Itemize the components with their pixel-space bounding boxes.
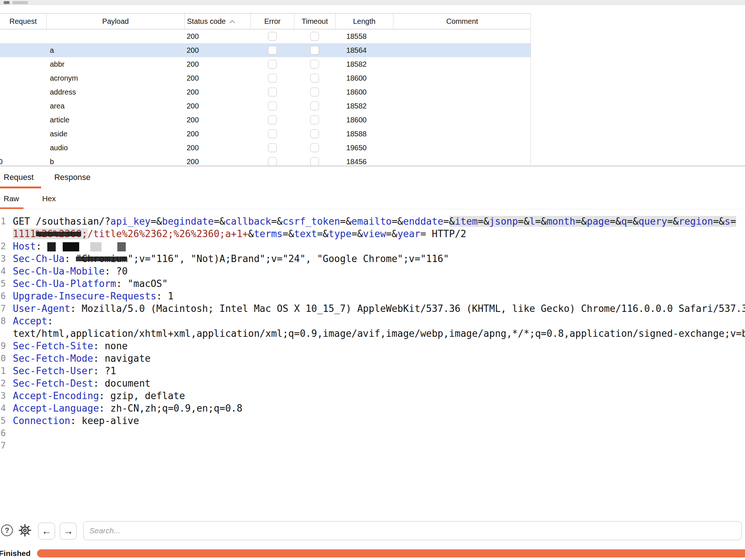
request-number-cell: 4 — [0, 85, 46, 99]
timeout-checkbox[interactable] — [310, 46, 319, 55]
column-header-timeout[interactable]: Timeout — [294, 14, 335, 29]
request-line: 1GET /southasian/?api_key=&begindate=&ca… — [0, 215, 745, 228]
error-checkbox[interactable] — [268, 32, 277, 41]
error-checkbox[interactable] — [268, 74, 277, 82]
length-cell: 18582 — [335, 57, 393, 71]
gear-icon — [18, 523, 32, 537]
line-number: 1 — [0, 215, 6, 228]
table-row[interactable]: 4address20018600 — [0, 85, 531, 99]
column-header-request[interactable]: Request — [0, 14, 46, 29]
error-checkbox[interactable] — [268, 143, 277, 152]
line-number — [0, 228, 6, 240]
tab-hex[interactable]: Hex — [38, 188, 60, 209]
error-cell — [250, 57, 294, 71]
request-line: 6Upgrade-Insecure-Requests: 1 — [0, 290, 745, 302]
status-code-cell: 200 — [184, 141, 250, 155]
tab-response[interactable]: Response — [51, 166, 98, 188]
table-row[interactable]: 3acronym20018600 — [0, 71, 531, 85]
error-checkbox[interactable] — [268, 129, 277, 138]
search-input[interactable] — [83, 521, 742, 540]
column-label: Request — [10, 17, 37, 26]
back-icon: ← — [42, 526, 52, 537]
request-line: 7User-Agent: Mozilla/5.0 (Macintosh; Int… — [0, 302, 745, 315]
length-cell: 18582 — [335, 99, 393, 113]
comment-cell — [393, 85, 531, 99]
table-row[interactable]: 10b20018456 — [0, 155, 531, 166]
status-code-cell: 200 — [184, 71, 250, 85]
error-checkbox[interactable] — [268, 88, 277, 96]
payload-cell: aside — [46, 127, 184, 141]
line-number: 17 — [0, 439, 6, 452]
table-right-border — [531, 13, 531, 166]
payload-cell: article — [46, 113, 184, 127]
error-checkbox[interactable] — [268, 102, 277, 110]
timeout-checkbox[interactable] — [310, 143, 319, 152]
error-checkbox[interactable] — [268, 60, 277, 69]
comment-cell — [393, 71, 531, 85]
table-row[interactable]: 7aside20018588 — [0, 127, 531, 141]
timeout-checkbox[interactable] — [310, 74, 319, 82]
request-line: 1111%26%2360;/title%26%2362;%26%2360;a+1… — [0, 228, 745, 240]
timeout-checkbox[interactable] — [310, 32, 319, 41]
timeout-checkbox[interactable] — [310, 115, 319, 124]
forward-button[interactable]: → — [60, 523, 77, 539]
error-cell — [250, 85, 294, 99]
error-checkbox[interactable] — [268, 157, 277, 166]
tab-raw[interactable]: Raw — [0, 188, 23, 209]
timeout-checkbox[interactable] — [310, 102, 319, 110]
comment-cell — [393, 43, 531, 57]
column-header-comment[interactable]: Comment — [393, 14, 531, 29]
request-number-cell: 10 — [0, 155, 46, 166]
back-button[interactable]: ← — [38, 523, 55, 539]
panel-splitter[interactable] — [0, 166, 745, 166]
payload-cell: area — [46, 99, 184, 113]
column-header-length[interactable]: Length — [335, 14, 393, 29]
request-line: 13Accept-Encoding: gzip, deflate — [0, 390, 745, 402]
status-code-cell: 200 — [184, 113, 250, 127]
error-cell — [250, 29, 294, 43]
line-number: 8 — [0, 315, 6, 327]
progress-bar — [37, 549, 745, 557]
timeout-cell — [294, 113, 335, 127]
error-checkbox[interactable] — [268, 115, 277, 124]
help-button[interactable]: ? — [1, 524, 13, 536]
error-cell — [250, 71, 294, 85]
timeout-checkbox[interactable] — [310, 157, 319, 166]
table-row[interactable]: 6article20018600 — [0, 113, 531, 127]
table-row[interactable]: 8audio20019650 — [0, 141, 531, 155]
table-row[interactable]: 2abbr20018582 — [0, 57, 531, 71]
timeout-checkbox[interactable] — [310, 88, 319, 96]
table-row[interactable]: 1a20018564 — [0, 43, 531, 57]
status-label: Finished — [0, 548, 30, 559]
request-editor[interactable]: 1GET /southasian/?api_key=&begindate=&ca… — [0, 209, 745, 519]
timeout-checkbox[interactable] — [310, 129, 319, 138]
settings-button[interactable] — [18, 523, 32, 538]
comment-cell — [393, 155, 531, 166]
error-checkbox[interactable] — [268, 46, 277, 55]
column-header-error[interactable]: Error — [250, 14, 294, 29]
comment-cell — [393, 57, 531, 71]
line-number: 12 — [0, 377, 6, 390]
timeout-checkbox[interactable] — [310, 60, 319, 69]
payload-cell: abbr — [46, 57, 184, 71]
results-table-body: 0200185581a200185642abbr200185823acronym… — [0, 29, 745, 166]
length-cell: 18564 — [335, 43, 393, 57]
table-row[interactable]: 5area20018582 — [0, 99, 531, 113]
tab-label: Raw — [4, 194, 19, 203]
status-code-cell: 200 — [184, 57, 250, 71]
request-number-cell: 2 — [0, 57, 46, 71]
message-tabs: Request Response — [0, 166, 98, 188]
table-row[interactable]: 020018558 — [0, 29, 531, 43]
column-header-payload[interactable]: Payload — [46, 14, 184, 29]
length-cell: 18588 — [335, 127, 393, 141]
line-number: 7 — [0, 302, 6, 315]
line-number: 4 — [0, 265, 6, 277]
tab-request[interactable]: Request — [0, 166, 41, 188]
request-line: 15Connection: keep-alive — [0, 415, 745, 427]
length-cell: 19650 — [335, 141, 393, 155]
line-number: 9 — [0, 340, 6, 352]
request-number-cell: 8 — [0, 141, 46, 155]
column-header-status-code[interactable]: Status code — [184, 14, 250, 29]
line-number: 10 — [0, 352, 6, 365]
status-code-cell: 200 — [184, 99, 250, 113]
